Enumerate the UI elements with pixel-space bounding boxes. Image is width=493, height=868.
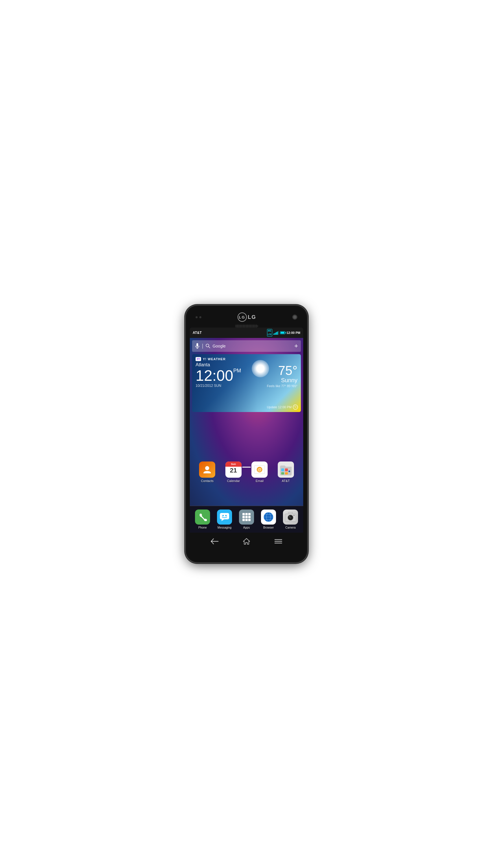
mic-icon[interactable] bbox=[195, 343, 200, 349]
search-bar[interactable]: | Google + bbox=[192, 340, 301, 352]
app-icon-contacts[interactable]: Contacts bbox=[196, 461, 219, 483]
weather-right: 75° Sunny Feels like 77° 85°/65° bbox=[267, 364, 297, 388]
search-icon[interactable] bbox=[206, 344, 210, 348]
phone-handset-icon bbox=[198, 513, 207, 521]
menu-button[interactable] bbox=[270, 537, 287, 547]
back-arrow-icon bbox=[211, 538, 219, 544]
signal-bar-2 bbox=[275, 333, 275, 335]
status-icons: 4GLTE 12:00 PM bbox=[267, 329, 300, 336]
messaging-label: Messaging bbox=[218, 526, 232, 529]
calendar-day-label: Sun bbox=[226, 461, 241, 467]
battery-fill bbox=[281, 332, 284, 333]
envelope-icon: @ bbox=[254, 465, 265, 474]
grid-icon bbox=[242, 513, 251, 522]
svg-rect-21 bbox=[245, 516, 248, 518]
weather-update[interactable]: Update 12:00 PM ↻ bbox=[267, 405, 298, 410]
browser-icon-img bbox=[261, 509, 276, 525]
menu-lines-icon bbox=[274, 539, 282, 544]
att-folder-icon bbox=[279, 463, 293, 477]
speaker-grille bbox=[235, 325, 258, 327]
svg-rect-22 bbox=[248, 516, 251, 518]
sensor-1 bbox=[196, 316, 198, 318]
nav-bar bbox=[190, 533, 303, 551]
messaging-icon-img bbox=[217, 509, 232, 525]
email-icon-img: @ bbox=[252, 461, 267, 478]
svg-point-13 bbox=[288, 471, 290, 472]
dock-item-camera[interactable]: Camera bbox=[280, 509, 301, 529]
email-label: Email bbox=[255, 479, 263, 483]
camera-icon-img bbox=[283, 509, 298, 525]
status-bar: AT&T 4GLTE 12:00 PM bbox=[190, 327, 303, 338]
svg-rect-11 bbox=[281, 472, 284, 475]
svg-rect-14 bbox=[220, 513, 229, 519]
weather-temp: 75° bbox=[267, 364, 297, 377]
camera-label: Camera bbox=[285, 526, 296, 529]
contacts-label: Contacts bbox=[201, 479, 214, 483]
calendar-label: Calendar bbox=[227, 479, 240, 483]
dock-item-phone[interactable]: Phone bbox=[192, 509, 213, 529]
calendar-icon-img: Sun 21 bbox=[226, 461, 241, 478]
app-icon-email[interactable]: @ Email bbox=[248, 461, 271, 483]
weather-widget[interactable]: Y! Y! WEATHER Atlanta 12:00PM 10/21/2012… bbox=[192, 354, 301, 412]
carrier-label: AT&T bbox=[193, 331, 202, 335]
svg-point-34 bbox=[289, 516, 290, 517]
camera-body-icon bbox=[285, 512, 296, 522]
add-widget-button[interactable]: + bbox=[294, 342, 298, 350]
dock-item-messaging[interactable]: Messaging bbox=[214, 509, 235, 529]
signal-bar-5 bbox=[278, 331, 279, 335]
dock-item-browser[interactable]: Browser bbox=[258, 509, 279, 529]
svg-point-5 bbox=[205, 466, 209, 470]
refresh-icon[interactable]: ↻ bbox=[293, 405, 298, 410]
globe-icon bbox=[263, 512, 274, 523]
svg-point-15 bbox=[222, 515, 224, 516]
dock: Phone Messaging bbox=[190, 506, 303, 533]
apps-label: Apps bbox=[243, 526, 250, 529]
svg-rect-0 bbox=[196, 343, 198, 347]
lg-logo: LG LG bbox=[238, 312, 256, 322]
phone-top: LG LG bbox=[190, 311, 303, 325]
search-divider: | bbox=[202, 343, 203, 349]
app-icon-att[interactable]: AT&T bbox=[274, 461, 298, 483]
phone-bottom bbox=[190, 551, 303, 557]
att-icon-img bbox=[278, 461, 294, 478]
svg-point-16 bbox=[226, 515, 227, 516]
att-label: AT&T bbox=[282, 479, 290, 483]
lg-circle-icon: LG bbox=[238, 312, 247, 322]
home-icon bbox=[243, 538, 250, 545]
svg-text:@: @ bbox=[257, 467, 261, 472]
signal-bar-3 bbox=[276, 332, 277, 335]
browser-label: Browser bbox=[263, 526, 274, 529]
google-label[interactable]: Google bbox=[213, 344, 226, 348]
app-icon-calendar[interactable]: Sun 21 Calendar bbox=[222, 461, 245, 483]
phone-screen: AT&T 4GLTE 12:00 PM bbox=[190, 327, 303, 551]
contacts-icon-img bbox=[199, 461, 215, 478]
sensor-2 bbox=[199, 316, 201, 318]
dock-item-apps[interactable]: Apps bbox=[236, 509, 257, 529]
svg-rect-23 bbox=[242, 519, 245, 521]
weather-content: Y! Y! WEATHER Atlanta 12:00PM 10/21/2012… bbox=[192, 354, 301, 412]
weather-title: Y! WEATHER bbox=[203, 357, 226, 361]
apps-icon-img bbox=[239, 509, 254, 525]
signal-bar-1 bbox=[273, 333, 274, 335]
search-inner[interactable]: | Google bbox=[195, 343, 294, 349]
home-button[interactable] bbox=[238, 536, 255, 548]
wallpaper: | Google + Y! Y! WEAT bbox=[190, 338, 303, 506]
front-camera-icon bbox=[292, 314, 297, 320]
sensors bbox=[196, 316, 201, 318]
phone-device: LG LG AT&T 4GLTE bbox=[186, 306, 307, 562]
back-button[interactable] bbox=[206, 537, 223, 548]
yahoo-logo: Y! bbox=[196, 357, 201, 361]
svg-point-3 bbox=[206, 344, 209, 347]
signal-icon bbox=[273, 331, 279, 335]
phone-icon-img bbox=[195, 509, 210, 525]
svg-point-35 bbox=[293, 515, 295, 516]
person-icon bbox=[202, 465, 212, 475]
svg-rect-19 bbox=[248, 513, 251, 515]
weather-feels: Feels like 77° 85°/65° bbox=[267, 384, 297, 388]
svg-rect-20 bbox=[242, 516, 245, 518]
weather-header: Y! Y! WEATHER bbox=[196, 357, 297, 361]
app-grid: Contacts Sun 21 Calendar bbox=[190, 461, 303, 483]
signal-bar-4 bbox=[277, 331, 278, 335]
svg-rect-24 bbox=[245, 519, 248, 521]
network-badge: 4GLTE bbox=[267, 329, 273, 336]
